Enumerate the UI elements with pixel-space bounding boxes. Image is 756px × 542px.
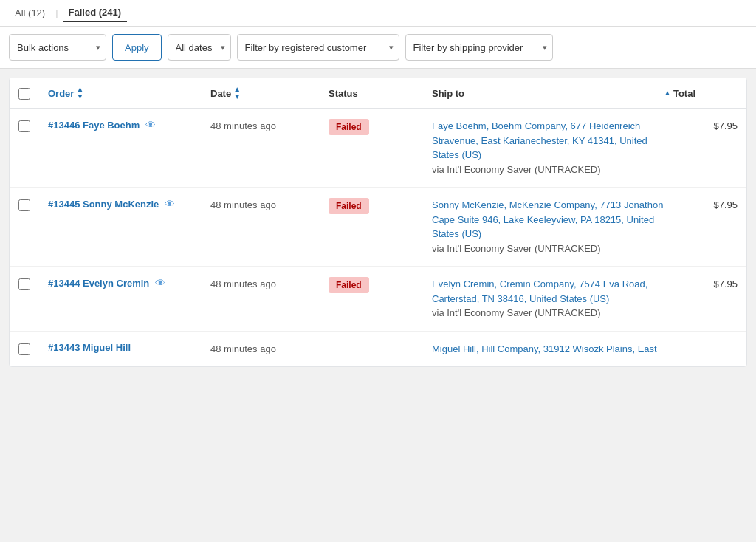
shipping-method-13444: via Int'l Economy Saver (UNTRACKED) <box>432 307 601 318</box>
order-info-13443: #13443 Miguel Hill <box>48 342 210 353</box>
customer-filter-select[interactable]: Filter by registered customer <box>237 34 399 61</box>
table-row: #13446 Faye Boehm 👁 48 minutes ago Faile… <box>10 109 746 188</box>
header-date[interactable]: Date ▲▼ <box>210 86 329 100</box>
order-link-13444[interactable]: #13444 Evelyn Cremin <box>48 278 149 289</box>
order-status-13444: Failed <box>329 277 432 293</box>
row-checkbox-13443[interactable] <box>18 343 30 355</box>
shipping-filter-wrap: Filter by shipping provider <box>405 34 553 61</box>
order-status-13446: Failed <box>329 119 432 135</box>
row-checkbox-cell-13443[interactable] <box>18 342 48 355</box>
orders-table: Order ▲▼ Date ▲▼ Status Ship to ▲ Total … <box>9 78 747 367</box>
shipping-method-13445: via Int'l Economy Saver (UNTRACKED) <box>432 243 601 254</box>
bulk-actions-select[interactable]: Bulk actions Mark complete Mark processi… <box>9 34 106 61</box>
order-date-13445: 48 minutes ago <box>210 198 329 210</box>
row-checkbox-cell-13446[interactable] <box>18 119 48 132</box>
shipping-method-13446: via Int'l Economy Saver (UNTRACKED) <box>432 164 601 175</box>
date-filter-wrap: All dates <box>168 34 231 61</box>
order-date-13443: 48 minutes ago <box>210 342 329 354</box>
header-shipto: Ship to <box>432 88 664 99</box>
apply-button[interactable]: Apply <box>112 34 162 61</box>
header-checkbox-cell[interactable] <box>18 86 48 100</box>
row-checkbox-cell-13444[interactable] <box>18 277 48 290</box>
order-total-13443 <box>664 342 738 343</box>
table-row: #13445 Sonny McKenzie 👁 48 minutes ago F… <box>10 188 746 267</box>
shipping-filter-select[interactable]: Filter by shipping provider <box>405 34 553 61</box>
order-sort-icon: ▲▼ <box>76 86 83 100</box>
header-status: Status <box>329 88 432 99</box>
row-checkbox-13444[interactable] <box>18 278 30 290</box>
preview-icon-13444[interactable]: 👁 <box>155 277 165 289</box>
row-checkbox-cell-13445[interactable] <box>18 198 48 211</box>
bulk-actions-wrap: Bulk actions Mark complete Mark processi… <box>9 34 106 61</box>
order-status-13445: Failed <box>329 198 432 214</box>
ship-to-13443: Miguel Hill, Hill Company, 31912 Wisozk … <box>432 342 664 357</box>
order-total-13446: $7.95 <box>664 119 738 131</box>
order-info-13445: #13445 Sonny McKenzie 👁 <box>48 198 210 210</box>
tab-all[interactable]: All (12) <box>9 4 51 21</box>
ship-to-13446: Faye Boehm, Boehm Company, 677 Heidenrei… <box>432 119 664 176</box>
header-total[interactable]: ▲ Total <box>664 88 738 99</box>
order-info-13444: #13444 Evelyn Cremin 👁 <box>48 277 210 289</box>
ship-to-13444: Evelyn Cremin, Cremin Company, 7574 Eva … <box>432 277 664 320</box>
status-badge-13445: Failed <box>329 198 369 214</box>
table-header-row: Order ▲▼ Date ▲▼ Status Ship to ▲ Total <box>10 78 746 109</box>
status-badge-13446: Failed <box>329 119 369 135</box>
order-date-13446: 48 minutes ago <box>210 119 329 131</box>
table-row: #13444 Evelyn Cremin 👁 48 minutes ago Fa… <box>10 267 746 332</box>
date-filter-select[interactable]: All dates <box>168 34 231 61</box>
preview-icon-13445[interactable]: 👁 <box>165 198 175 210</box>
order-total-13445: $7.95 <box>664 198 738 210</box>
customer-filter-wrap: Filter by registered customer <box>237 34 399 61</box>
order-link-13445[interactable]: #13445 Sonny McKenzie <box>48 199 159 210</box>
status-badge-13444: Failed <box>329 277 369 293</box>
total-sort-icon: ▲ <box>664 89 671 97</box>
order-link-13446[interactable]: #13446 Faye Boehm <box>48 120 140 131</box>
top-bar: All (12) | Failed (241) <box>0 0 756 27</box>
row-checkbox-13446[interactable] <box>18 120 30 132</box>
table-row: #13443 Miguel Hill 48 minutes ago Miguel… <box>10 332 746 367</box>
tab-separator: | <box>55 7 58 18</box>
row-checkbox-13445[interactable] <box>18 199 30 211</box>
date-sort-icon: ▲▼ <box>233 86 241 100</box>
tab-failed[interactable]: Failed (241) <box>63 4 128 22</box>
order-link-13443[interactable]: #13443 Miguel Hill <box>48 342 131 353</box>
order-info-13446: #13446 Faye Boehm 👁 <box>48 119 210 131</box>
toolbar: Bulk actions Mark complete Mark processi… <box>0 27 756 69</box>
order-total-13444: $7.95 <box>664 277 738 289</box>
preview-icon-13446[interactable]: 👁 <box>145 119 156 131</box>
order-date-13444: 48 minutes ago <box>210 277 329 289</box>
ship-to-13445: Sonny McKenzie, McKenzie Company, 7713 J… <box>432 198 664 255</box>
select-all-checkbox[interactable] <box>18 88 30 100</box>
header-order[interactable]: Order ▲▼ <box>48 86 210 100</box>
